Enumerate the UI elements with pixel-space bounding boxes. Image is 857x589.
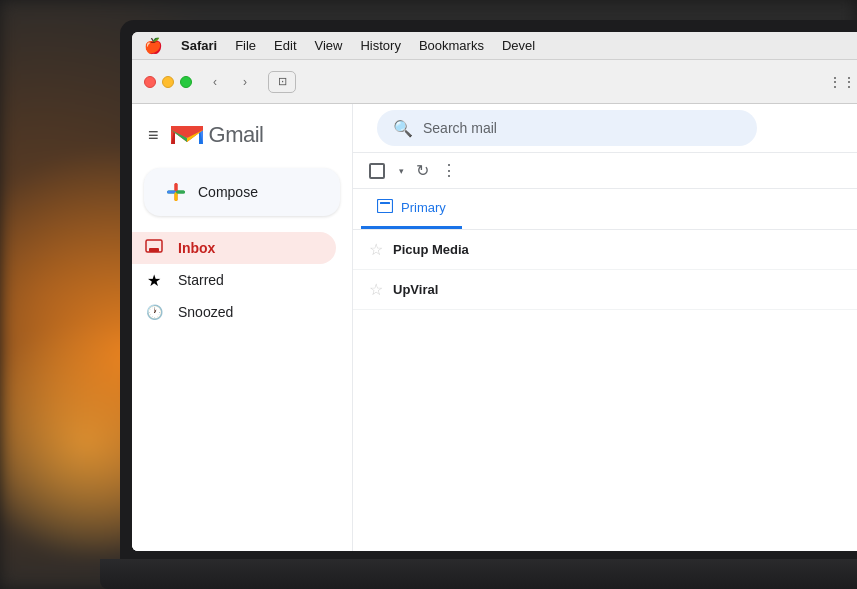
svg-rect-17: [380, 202, 390, 204]
close-button[interactable]: [144, 76, 156, 88]
svg-rect-15: [149, 248, 159, 252]
star-icon[interactable]: ☆: [369, 240, 383, 259]
hamburger-menu-button[interactable]: ≡: [148, 125, 159, 146]
starred-label: Starred: [178, 272, 224, 288]
menubar-edit[interactable]: Edit: [274, 38, 296, 53]
primary-tab-label: Primary: [401, 200, 446, 215]
gmail-content: ≡: [132, 104, 857, 551]
search-icon: 🔍: [393, 119, 413, 138]
gmail-sidebar: ≡: [132, 104, 352, 551]
email-sender: Picup Media: [393, 242, 493, 257]
menubar-history[interactable]: History: [360, 38, 400, 53]
gmail-m-icon: [169, 122, 205, 148]
gmail-wordmark: Gmail: [209, 122, 264, 148]
table-row[interactable]: ☆ UpViral: [353, 270, 857, 310]
menubar-safari[interactable]: Safari: [181, 38, 217, 53]
menubar-view[interactable]: View: [315, 38, 343, 53]
search-placeholder: Search mail: [423, 120, 497, 136]
compose-label: Compose: [198, 184, 258, 200]
minimize-button[interactable]: [162, 76, 174, 88]
svg-rect-16: [378, 200, 393, 213]
nav-item-starred[interactable]: ★ Starred: [132, 264, 336, 296]
gmail-header: ≡: [132, 112, 352, 164]
email-list: ☆ Picup Media ☆ UpViral: [353, 230, 857, 310]
more-options-button[interactable]: ⋮: [441, 161, 457, 180]
apple-menu[interactable]: 🍎: [144, 37, 163, 55]
menubar-bookmarks[interactable]: Bookmarks: [419, 38, 484, 53]
gmail-main: 🔍 Search mail ▾ ↻ ⋮: [352, 104, 857, 551]
gmail-logo: Gmail: [169, 122, 264, 148]
refresh-button[interactable]: ↻: [416, 161, 429, 180]
laptop-bottom-bezel: [100, 559, 857, 589]
menubar: 🍎 Safari File Edit View History Bookmark…: [132, 32, 857, 60]
search-bar[interactable]: 🔍 Search mail: [377, 110, 757, 146]
laptop: 🍎 Safari File Edit View History Bookmark…: [120, 20, 857, 589]
email-sender: UpViral: [393, 282, 493, 297]
maximize-button[interactable]: [180, 76, 192, 88]
tab-primary[interactable]: Primary: [361, 189, 462, 229]
inbox-tabs: Primary: [353, 189, 857, 230]
nav-item-inbox[interactable]: Inbox: [132, 232, 336, 264]
select-all-checkbox[interactable]: [369, 163, 385, 179]
laptop-screen: 🍎 Safari File Edit View History Bookmark…: [132, 32, 857, 551]
back-button[interactable]: ‹: [204, 71, 226, 93]
select-dropdown-icon[interactable]: ▾: [399, 166, 404, 176]
star-icon[interactable]: ☆: [369, 280, 383, 299]
compose-button[interactable]: Compose: [144, 168, 340, 216]
inbox-icon: [144, 239, 164, 257]
snoozed-icon: 🕐: [144, 304, 164, 320]
snoozed-label: Snoozed: [178, 304, 233, 320]
starred-icon: ★: [144, 271, 164, 290]
nav-item-snoozed[interactable]: 🕐 Snoozed: [132, 296, 336, 328]
tab-overview-button[interactable]: ⊡: [268, 71, 296, 93]
menubar-file[interactable]: File: [235, 38, 256, 53]
laptop-screen-outer: 🍎 Safari File Edit View History Bookmark…: [120, 20, 857, 559]
gmail-actions-toolbar: ▾ ↻ ⋮: [353, 153, 857, 189]
scene: 🍎 Safari File Edit View History Bookmark…: [0, 0, 857, 589]
svg-rect-13: [176, 191, 185, 194]
primary-tab-icon: [377, 199, 393, 216]
safari-toolbar: ‹ › ⊡ ⋮⋮⋮: [132, 60, 857, 104]
inbox-label: Inbox: [178, 240, 215, 256]
forward-button[interactable]: ›: [234, 71, 256, 93]
table-row[interactable]: ☆ Picup Media: [353, 230, 857, 270]
grid-view-button[interactable]: ⋮⋮⋮: [835, 71, 857, 93]
traffic-lights: [144, 76, 192, 88]
compose-plus-icon: [166, 182, 186, 202]
menubar-develop[interactable]: Devel: [502, 38, 535, 53]
